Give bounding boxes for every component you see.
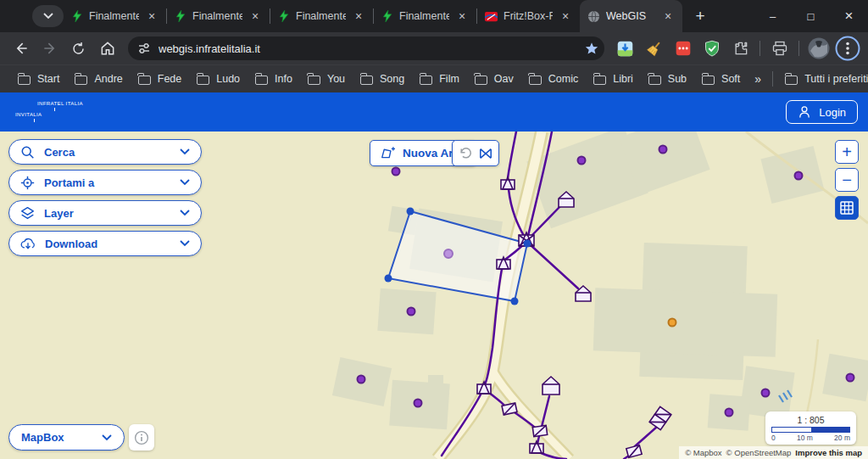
- adguard-extension-icon[interactable]: [698, 35, 726, 63]
- new-tab-button[interactable]: +: [687, 3, 713, 29]
- tab-close-icon[interactable]: ×: [455, 9, 469, 23]
- extensions-button[interactable]: [726, 35, 754, 63]
- bookmark-star-icon[interactable]: [584, 41, 599, 56]
- bookmark-folder-libri[interactable]: Libri: [586, 70, 641, 87]
- tab-close-icon[interactable]: ×: [352, 9, 365, 23]
- tab-finalmente-2[interactable]: Finalmente l ×: [167, 0, 270, 32]
- window-minimize-button[interactable]: –: [754, 0, 792, 32]
- accordion-cerca[interactable]: Cerca: [8, 139, 202, 165]
- property-dot[interactable]: [659, 146, 667, 154]
- property-dot[interactable]: [358, 376, 365, 383]
- tab-close-icon[interactable]: ×: [248, 9, 262, 23]
- bookmark-folder-comic[interactable]: Comic: [521, 70, 586, 87]
- window-maximize-button[interactable]: □: [792, 0, 830, 32]
- address-bar[interactable]: webgis.infratelitalia.it: [128, 36, 604, 60]
- cleaner-extension-icon[interactable]: [640, 35, 668, 63]
- property-dot[interactable]: [726, 409, 733, 417]
- bookmark-folder-sub[interactable]: Sub: [641, 70, 694, 87]
- splice-marker[interactable]: [502, 403, 517, 415]
- bookmark-folder-soft[interactable]: Soft: [694, 70, 748, 87]
- browser-window: Finalmente l × Finalmente l × Finalmente…: [0, 0, 868, 459]
- tab-title: Fritz!Box-For: [504, 10, 553, 22]
- osm-attribution[interactable]: © OpenStreetMap: [726, 448, 792, 457]
- adblock-extension-icon[interactable]: [669, 35, 697, 63]
- property-dot[interactable]: [408, 308, 415, 316]
- accordion-download[interactable]: Download: [8, 231, 202, 256]
- scale-ratio: 1 : 805: [771, 415, 850, 425]
- tab-finalmente-3[interactable]: Finalmente l ×: [270, 0, 373, 32]
- login-button[interactable]: Login: [786, 100, 858, 124]
- tab-webgis-active[interactable]: WebGIS ×: [580, 0, 682, 32]
- basemap-grid-button[interactable]: [835, 196, 859, 220]
- bookmark-folder-film[interactable]: Film: [412, 70, 467, 87]
- splice-marker[interactable]: [626, 445, 642, 458]
- toolbar-divider: [760, 41, 760, 56]
- target-icon: [20, 176, 35, 190]
- accordion-portami-a[interactable]: Portami a: [8, 170, 202, 195]
- vertex-handle[interactable]: [385, 275, 392, 283]
- vertex-handle[interactable]: [524, 240, 531, 248]
- bookmark-folder-fede[interactable]: Fede: [131, 70, 190, 87]
- puzzle-icon: [732, 40, 749, 57]
- tab-close-icon[interactable]: ×: [145, 9, 159, 23]
- property-dot[interactable]: [415, 400, 422, 407]
- print-button[interactable]: [765, 35, 793, 63]
- accordion-layer[interactable]: Layer: [8, 200, 202, 226]
- basemap-label: MapBox: [21, 431, 64, 444]
- url-text[interactable]: webgis.infratelitalia.it: [159, 42, 584, 55]
- forward-button[interactable]: [36, 35, 64, 63]
- accordion-label: Cerca: [44, 146, 75, 159]
- vertex-handle[interactable]: [511, 298, 519, 305]
- reload-button[interactable]: [64, 35, 92, 63]
- property-dot[interactable]: [578, 157, 586, 165]
- double-splice-marker[interactable]: [649, 406, 671, 429]
- download-helper-extension-icon[interactable]: [611, 35, 639, 63]
- bookmarks-overflow-button[interactable]: »: [748, 72, 768, 86]
- info-button[interactable]: [129, 424, 154, 451]
- profile-avatar[interactable]: [804, 35, 832, 63]
- tab-fritzbox[interactable]: Fritz!Box-For ×: [477, 0, 580, 32]
- undo-icon[interactable]: [458, 146, 472, 160]
- property-dot[interactable]: [847, 374, 854, 382]
- property-dot[interactable]: [762, 389, 770, 397]
- all-bookmarks-folder[interactable]: Tutti i preferiti: [777, 70, 868, 87]
- tab-close-icon[interactable]: ×: [559, 9, 572, 23]
- property-dot[interactable]: [795, 172, 803, 180]
- infratel-logo: INFRATEL ITALIA INVITALIA: [15, 101, 83, 122]
- bookmark-folder-you[interactable]: You: [300, 70, 353, 87]
- login-label: Login: [819, 106, 846, 119]
- tab-finalmente-1[interactable]: Finalmente l ×: [64, 0, 166, 32]
- tab-close-icon[interactable]: ×: [661, 9, 675, 23]
- chevron-down-icon: [180, 148, 190, 155]
- home-button[interactable]: [93, 35, 121, 63]
- bookmark-folder-andre[interactable]: Andre: [67, 70, 130, 87]
- forward-icon: [42, 40, 58, 57]
- property-dot-light[interactable]: [444, 249, 453, 258]
- bookmark-folder-oav[interactable]: Oav: [467, 70, 521, 87]
- property-dot[interactable]: [392, 168, 400, 176]
- house-marker[interactable]: [542, 377, 559, 395]
- basemap-dropdown[interactable]: MapBox: [8, 424, 125, 451]
- back-button[interactable]: [7, 35, 35, 63]
- lightning-favicon: [71, 10, 83, 22]
- chevron-down-icon: [180, 210, 190, 216]
- zoom-in-button[interactable]: +: [835, 140, 859, 164]
- window-close-button[interactable]: ×: [830, 0, 868, 32]
- mapbox-attribution[interactable]: © Mapbox: [685, 448, 721, 457]
- zoom-out-button[interactable]: −: [835, 168, 859, 192]
- bookmark-folder-info[interactable]: Info: [248, 70, 300, 87]
- bookmark-folder-start[interactable]: Start: [10, 70, 67, 87]
- bookmark-folder-song[interactable]: Song: [353, 70, 412, 87]
- cancel-selection-icon[interactable]: [478, 147, 493, 160]
- bookmark-folder-ludo[interactable]: Ludo: [189, 70, 248, 87]
- tab-title: Finalmente l: [89, 10, 139, 22]
- tab-search-button[interactable]: [32, 5, 64, 27]
- fritzbox-favicon: [485, 10, 498, 23]
- menu-button[interactable]: [833, 35, 861, 63]
- property-dot-orange[interactable]: [669, 319, 676, 327]
- selected-area-polygon[interactable]: [388, 211, 527, 301]
- improve-map-link[interactable]: Improve this map: [795, 448, 862, 457]
- vertex-handle[interactable]: [407, 208, 415, 216]
- splice-marker[interactable]: [532, 425, 547, 436]
- tab-finalmente-4[interactable]: Finalmente l ×: [374, 0, 476, 32]
